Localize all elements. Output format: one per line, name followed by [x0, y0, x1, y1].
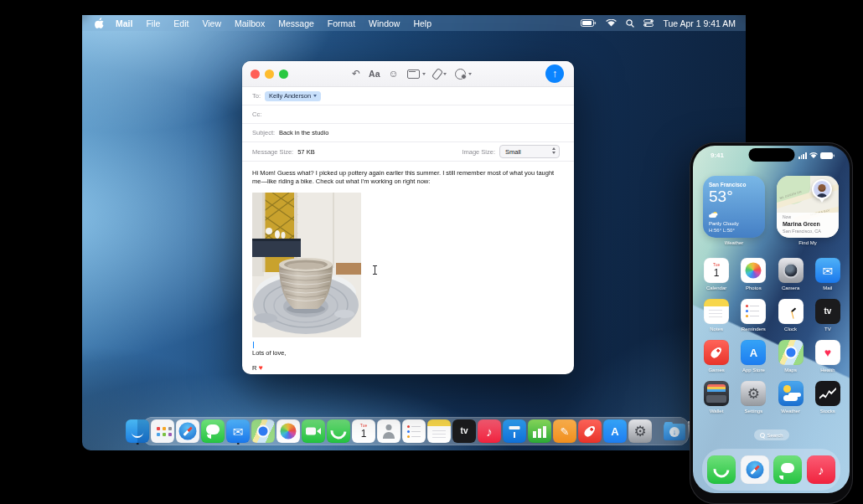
iphone-app-stocks[interactable]: Stocks	[809, 381, 846, 414]
dock-tv[interactable]: tv	[452, 418, 476, 445]
zoom-window-button[interactable]	[279, 69, 288, 79]
dock-maps[interactable]	[251, 418, 275, 445]
app-label: Weather	[781, 409, 800, 414]
pottery-photo[interactable]	[252, 193, 361, 337]
iphone-app-grid: Tue1CalendarPhotosCamera✉MailNotesRemind…	[698, 258, 846, 414]
spotlight-search-icon[interactable]	[626, 19, 634, 28]
iphone-dock-music[interactable]: ♪	[807, 455, 835, 484]
dock-games[interactable]	[578, 418, 602, 445]
iphone-app-games[interactable]: Games	[698, 340, 735, 373]
calendar-day: 1	[361, 429, 367, 439]
iphone-dock-phone[interactable]	[707, 455, 736, 484]
status-icons	[798, 152, 835, 159]
dock-photos[interactable]	[276, 418, 300, 445]
music-glyph: ♪	[486, 425, 493, 438]
to-field-row[interactable]: To: Kelly Anderson	[242, 87, 574, 105]
recipient-token[interactable]: Kelly Anderson	[265, 91, 321, 101]
image-size-label: Image Size:	[462, 148, 495, 156]
dock-appstore[interactable]: A	[603, 418, 627, 445]
chevron-down-icon	[313, 95, 317, 97]
phone-app-icon	[327, 419, 350, 443]
menu-mailbox[interactable]: Mailbox	[228, 18, 271, 28]
dock-keynote[interactable]	[503, 418, 526, 445]
menu-view[interactable]: View	[195, 18, 228, 28]
iphone-app-settings[interactable]: ⚙Settings	[735, 381, 772, 414]
dock-contacts[interactable]	[377, 418, 400, 445]
minimize-window-button[interactable]	[265, 69, 274, 79]
dock-mail[interactable]: ✉	[226, 418, 250, 445]
dock-phone[interactable]	[327, 418, 350, 445]
format-button[interactable]: Aa	[369, 69, 380, 79]
dock-numbers[interactable]	[528, 418, 551, 445]
dock-calendar[interactable]: Tue1	[352, 418, 375, 445]
iphone-app-weather[interactable]: Weather	[773, 381, 809, 414]
emoji-button[interactable]: ☺	[389, 69, 399, 79]
iphone-app-wallet[interactable]: Wallet	[698, 381, 735, 414]
running-indicator	[137, 443, 139, 445]
music-app-icon: ♪	[807, 455, 835, 484]
iphone-dock-safari[interactable]	[741, 455, 769, 484]
dock-notes[interactable]	[427, 418, 451, 445]
menu-format[interactable]: Format	[321, 18, 362, 28]
control-center-icon[interactable]	[643, 19, 654, 27]
heart-icon: ♥	[258, 363, 262, 373]
dock-launchpad[interactable]	[151, 418, 174, 445]
facetime-app-icon	[302, 419, 325, 443]
battery-icon[interactable]	[581, 19, 597, 27]
wifi-icon[interactable]	[606, 19, 617, 27]
close-window-button[interactable]	[251, 69, 260, 79]
tv-glyph: tv	[461, 427, 468, 435]
iphone-app-tv[interactable]: tvTV	[809, 299, 846, 332]
findmy-widget[interactable]: NA GREEN DR MARINA BLV Now Marina Green …	[777, 176, 839, 238]
iphone-app-health[interactable]: ♥Health	[809, 340, 846, 373]
menu-edit[interactable]: Edit	[167, 18, 195, 28]
launchpad-app-icon	[151, 419, 174, 443]
iphone-app-reminders[interactable]: Reminders	[735, 299, 772, 332]
undo-button[interactable]: ↶	[352, 69, 360, 79]
tv-app-icon: tv	[815, 299, 840, 324]
menu-bar-clock[interactable]: Tue Apr 1 9:41 AM	[663, 18, 736, 28]
dock-settings[interactable]: ⚙	[628, 418, 652, 445]
menu-message[interactable]: Message	[271, 18, 321, 28]
dock-reminders[interactable]	[402, 418, 426, 445]
iphone-app-photos[interactable]: Photos	[735, 258, 772, 291]
iphone-dock-messages[interactable]	[773, 455, 802, 484]
attach-button[interactable]	[434, 69, 447, 80]
dock-downloads[interactable]	[664, 418, 685, 445]
dock-facetime[interactable]	[302, 418, 325, 445]
menu-mail[interactable]: Mail	[109, 18, 139, 28]
message-body[interactable]: Hi Mom! Guess what? I picked up pottery …	[242, 162, 574, 373]
menu-file[interactable]: File	[139, 18, 167, 28]
iphone-device: 9:41 San Francisco 53° Partly Cloudy	[690, 142, 853, 504]
iphone-app-clock[interactable]: Clock	[773, 299, 809, 332]
appstore-app-icon: A	[603, 419, 627, 443]
partly-cloudy-icon	[709, 212, 717, 218]
weather-widget[interactable]: San Francisco 53° Partly Cloudy H:56° L:…	[703, 176, 765, 238]
iphone-app-notes[interactable]: Notes	[698, 299, 735, 332]
iphone-app-maps[interactable]: Maps	[773, 340, 809, 373]
iphone-app-appstore[interactable]: AApp Store	[735, 340, 772, 373]
iphone-app-camera[interactable]: Camera	[773, 258, 809, 291]
insert-photo-button[interactable]	[455, 69, 472, 80]
dock-pages[interactable]: ✎	[553, 418, 576, 445]
dock-safari[interactable]	[176, 418, 199, 445]
format-icon: Aa	[369, 69, 380, 79]
header-fields-button[interactable]	[407, 69, 426, 79]
iphone-app-calendar[interactable]: Tue1Calendar	[698, 258, 735, 291]
dock-messages[interactable]	[201, 418, 225, 445]
apple-menu-icon[interactable]	[94, 18, 104, 28]
image-size-select[interactable]: Small	[499, 145, 560, 158]
iphone-app-mail[interactable]: ✉Mail	[809, 258, 846, 291]
dock-music[interactable]: ♪	[478, 418, 501, 445]
dock-finder[interactable]	[126, 418, 149, 445]
send-button[interactable]: ↑	[545, 64, 564, 83]
iphone-screen: 9:41 San Francisco 53° Partly Cloudy	[693, 146, 850, 493]
menu-window[interactable]: Window	[362, 18, 406, 28]
cc-field-row[interactable]: Cc:	[242, 105, 574, 124]
spotlight-search-pill[interactable]: Search	[753, 429, 788, 440]
subject-field-row[interactable]: Subject: Back in the studio	[242, 124, 574, 142]
pages-glyph: ✎	[561, 426, 570, 437]
app-label: Camera	[782, 285, 799, 291]
app-label: Clock	[784, 327, 797, 332]
menu-help[interactable]: Help	[406, 18, 438, 28]
